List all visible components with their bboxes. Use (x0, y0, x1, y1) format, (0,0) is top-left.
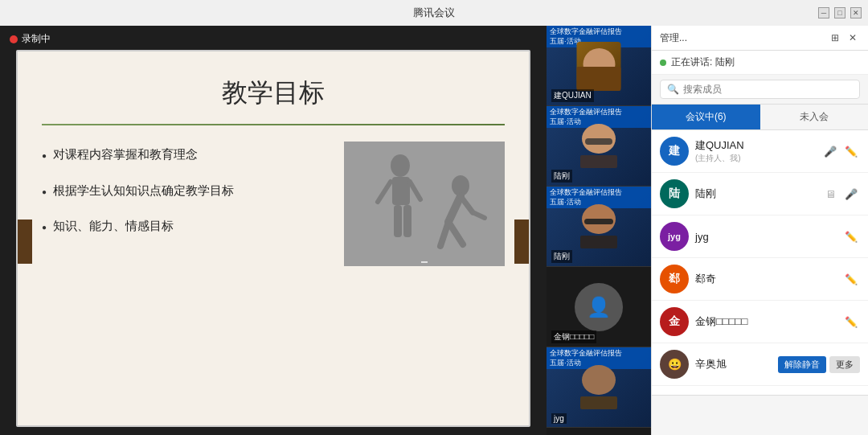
member-item-6: 😀 辛奥旭 解除静音 更多 (652, 343, 868, 386)
bullet-dot: ● (42, 221, 47, 236)
recording-dot (10, 35, 18, 43)
video-label-4: 金钢□□□□□ (551, 330, 596, 343)
member-name-2: 陆刚 (695, 187, 815, 201)
video-label-3: 陆刚 (551, 250, 572, 263)
video-thumb-2[interactable]: 全球数字金融评估报告五届·活动 陆刚 (547, 106, 651, 187)
bullet-dot: ● (42, 186, 47, 200)
bullet-item: ● 知识、能力、情感目标 (42, 217, 328, 236)
member-avatar-1: 建 (660, 137, 689, 166)
bullet-text: 根据学生认知知识点确定教学目标 (53, 182, 234, 200)
video-thumb-6[interactable]: 😀 辛奥旭 (547, 428, 651, 435)
member-controls-5: ✏️ (842, 313, 860, 330)
member-item-2: 陆 陆刚 🖥 🎤 (652, 173, 868, 215)
member-controls-6: 解除静音 更多 (778, 356, 860, 373)
member-sub-1: (主持人、我) (695, 153, 815, 164)
member-info-6: 辛奥旭 (695, 357, 772, 371)
speaking-indicator (660, 60, 666, 66)
panel-expand-button[interactable]: ⊞ (828, 31, 842, 45)
member-item-3: jyg jyg ✏️ (652, 215, 868, 258)
bullet-item: ● 根据学生认知知识点确定教学目标 (42, 182, 328, 200)
member-controls-1: 🎤 ✏️ (821, 142, 860, 160)
member-avatar-2: 陆 (660, 179, 689, 208)
bullet-dot: ● (42, 150, 47, 164)
maximize-button[interactable]: □ (834, 7, 845, 18)
member-avatar-5: 金 (660, 307, 689, 336)
tab-in-meeting[interactable]: 会议中(6) (652, 105, 760, 129)
panel-header: 管理... ⊞ ✕ (652, 26, 868, 51)
title-bar: 腾讯会议 ─ □ ✕ (0, 0, 868, 26)
panel-footer (652, 395, 868, 435)
search-input-wrap: 🔍 (660, 80, 860, 99)
video-thumb-1[interactable]: 全球数字金融评估报告五届·活动 建QUJIAN (547, 26, 651, 106)
member-item-5: 金 金钢□□□□□ ✏️ (652, 301, 868, 343)
recording-text: 录制中 (22, 32, 51, 46)
member-item-4: 郄 郄奇 ✏️ (652, 258, 868, 301)
member-name-4: 郄奇 (695, 272, 836, 286)
edit-icon-4[interactable]: ✏️ (842, 270, 860, 288)
member-info-2: 陆刚 (695, 187, 815, 201)
slide-band-right (514, 220, 529, 264)
tab-not-joined[interactable]: 未入会 (760, 105, 869, 129)
video-label-5: jyg (551, 413, 567, 424)
member-controls-2: 🖥 🎤 (821, 185, 860, 203)
member-info-3: jyg (695, 231, 836, 243)
more-button-6[interactable]: 更多 (829, 356, 860, 373)
member-controls-3: ✏️ (842, 228, 860, 245)
mic-on-icon-2[interactable]: 🎤 (842, 185, 860, 203)
bullet-item: ● 对课程内容掌握和教育理念 (42, 146, 328, 164)
bullet-text: 知识、能力、情感目标 (53, 217, 174, 236)
video-thumb-3[interactable]: 全球数字金融评估报告五届·活动 陆刚 (547, 187, 651, 267)
members-list: 建 建QUJIAN (主持人、我) 🎤 ✏️ 陆 陆刚 🖥 🎤 (652, 130, 868, 395)
slide-bullets: ● 对课程内容掌握和教育理念 ● 根据学生认知知识点确定教学目标 ● 知识、能力… (42, 142, 328, 409)
member-info-4: 郄奇 (695, 272, 836, 286)
bullet-text: 对课程内容掌握和教育理念 (53, 146, 198, 164)
app-title: 腾讯会议 (413, 6, 455, 20)
edit-icon-1[interactable]: ✏️ (842, 142, 860, 160)
member-name-1: 建QUJIAN (695, 138, 815, 153)
slide-image (344, 142, 505, 266)
member-name-3: jyg (695, 231, 836, 243)
slide-body: ● 对课程内容掌握和教育理念 ● 根据学生认知知识点确定教学目标 ● 知识、能力… (42, 142, 505, 409)
member-name-6: 辛奥旭 (695, 357, 772, 371)
member-controls-4: ✏️ (842, 270, 860, 288)
slide-title: 教学目标 (42, 76, 505, 111)
member-name-5: 金钢□□□□□ (695, 314, 836, 329)
search-bar: 🔍 (652, 75, 868, 105)
image-caption (421, 261, 428, 263)
slide-band-left (18, 220, 32, 264)
video-label-2: 陆刚 (551, 170, 572, 183)
panel-close-button[interactable]: ✕ (845, 31, 860, 45)
member-info-1: 建QUJIAN (主持人、我) (695, 138, 815, 164)
video-thumb-4[interactable]: 👤 金钢□□□□□ (547, 267, 651, 347)
window-controls: ─ □ ✕ (818, 7, 862, 18)
video-thumb-5[interactable]: 全球数字金融评估报告五届·活动 jyg (547, 347, 651, 428)
edit-icon-3[interactable]: ✏️ (842, 228, 860, 245)
slide-divider (42, 124, 505, 125)
tab-bar: 会议中(6) 未入会 (652, 105, 868, 130)
panel-header-left: 管理... (660, 31, 687, 45)
unmute-button-6[interactable]: 解除静音 (778, 356, 826, 373)
mic-muted-icon-1[interactable]: 🎤 (821, 142, 839, 160)
right-panel: 管理... ⊞ ✕ 正在讲话: 陆刚 🔍 会议中(6) 未入会 (651, 26, 868, 435)
recording-badge: 录制中 (10, 32, 51, 46)
search-icon: 🔍 (667, 84, 679, 95)
panel-header-controls: ⊞ ✕ (828, 31, 860, 45)
member-item-1: 建 建QUJIAN (主持人、我) 🎤 ✏️ (652, 130, 868, 173)
speaking-bar: 正在讲话: 陆刚 (652, 51, 868, 75)
speaking-text: 正在讲话: 陆刚 (671, 55, 735, 69)
close-button[interactable]: ✕ (850, 7, 862, 18)
video-label-1: 建QUJIAN (551, 89, 594, 102)
minimize-button[interactable]: ─ (818, 7, 829, 18)
slide-wrapper: 教学目标 ● 对课程内容掌握和教育理念 ● 根据学生认知知识点确定教学目标 ● … (16, 50, 530, 427)
presentation-area: 录制中 教学目标 ● 对课程内容掌握和教育理念 ● 根据学生认知知识点确定教学目… (0, 26, 547, 435)
member-info-5: 金钢□□□□□ (695, 314, 836, 329)
manage-label: 管理... (660, 31, 687, 45)
edit-icon-5[interactable]: ✏️ (842, 313, 860, 330)
main-content: 录制中 教学目标 ● 对课程内容掌握和教育理念 ● 根据学生认知知识点确定教学目… (0, 26, 868, 435)
member-avatar-3: jyg (660, 222, 689, 251)
member-avatar-4: 郄 (660, 265, 689, 293)
search-input[interactable] (683, 84, 853, 95)
sculpture-svg (344, 142, 505, 266)
screen-icon-2[interactable]: 🖥 (821, 185, 839, 203)
member-avatar-6: 😀 (660, 350, 689, 379)
